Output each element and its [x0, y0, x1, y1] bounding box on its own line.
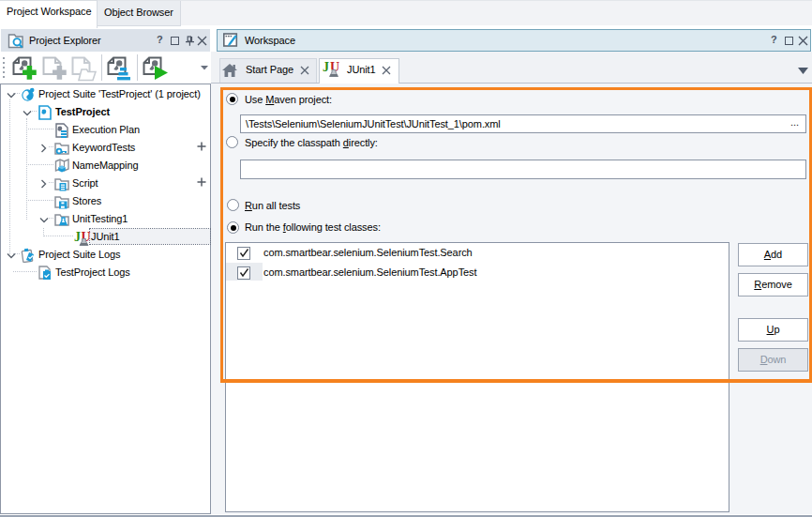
svg-text:J: J [74, 230, 81, 244]
svg-text:J: J [323, 60, 329, 74]
